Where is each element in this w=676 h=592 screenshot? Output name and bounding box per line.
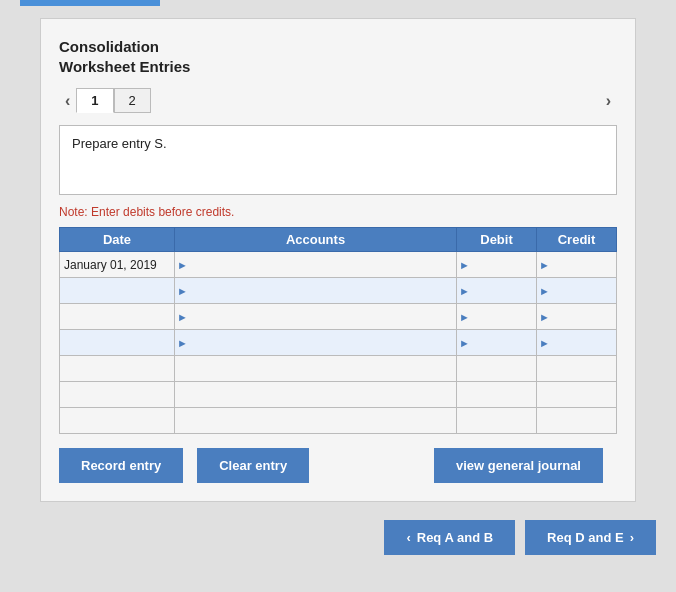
title-line2: Worksheet Entries (59, 58, 190, 75)
credit-arrow-1: ► (539, 259, 550, 271)
record-entry-button[interactable]: Record entry (59, 448, 183, 483)
debit-input-2[interactable] (470, 282, 536, 300)
title-line1: Consolidation (59, 38, 159, 55)
date-value-1: January 01, 2019 (64, 258, 157, 272)
tab-2[interactable]: 2 (114, 88, 151, 113)
credit-cell-2[interactable]: ► (537, 278, 617, 304)
credit-input-5[interactable] (537, 356, 616, 381)
debit-input-1[interactable] (470, 256, 536, 274)
prev-tab-arrow[interactable]: ‹ (59, 90, 76, 112)
credit-cell-5[interactable] (537, 356, 617, 382)
date-cell-1: January 01, 2019 (60, 252, 175, 278)
credit-input-1[interactable] (550, 256, 616, 274)
debit-cell-5[interactable] (457, 356, 537, 382)
credit-input-7[interactable] (537, 408, 616, 433)
credit-arrow-4: ► (539, 337, 550, 349)
accounts-input-6[interactable] (175, 382, 456, 407)
table-row: ► ► ► (60, 304, 617, 330)
credit-cell-3[interactable]: ► (537, 304, 617, 330)
header-date: Date (60, 228, 175, 252)
debit-cell-4[interactable]: ► (457, 330, 537, 356)
accounts-cell-7[interactable] (175, 408, 457, 434)
debit-cell-6[interactable] (457, 382, 537, 408)
credit-arrow-3: ► (539, 311, 550, 323)
accounts-input-3[interactable] (188, 308, 456, 326)
clear-entry-button[interactable]: Clear entry (197, 448, 309, 483)
accounts-arrow-1: ► (177, 259, 188, 271)
credit-cell-1[interactable]: ► (537, 252, 617, 278)
credit-cell-7[interactable] (537, 408, 617, 434)
accounts-cell-6[interactable] (175, 382, 457, 408)
accounts-arrow-3: ► (177, 311, 188, 323)
instruction-text: Prepare entry S. (72, 136, 167, 151)
note-text: Note: Enter debits before credits. (59, 205, 617, 219)
journal-table: Date Accounts Debit Credit January 01, 2… (59, 227, 617, 434)
bottom-nav: ‹ Req A and B Req D and E › (0, 502, 676, 555)
credit-cell-6[interactable] (537, 382, 617, 408)
prev-nav-label: Req A and B (417, 530, 493, 545)
date-cell-3 (60, 304, 175, 330)
next-nav-label: Req D and E (547, 530, 624, 545)
next-nav-button[interactable]: Req D and E › (525, 520, 656, 555)
credit-input-6[interactable] (537, 382, 616, 407)
accounts-input-5[interactable] (175, 356, 456, 381)
debit-arrow-2: ► (459, 285, 470, 297)
header-accounts: Accounts (175, 228, 457, 252)
debit-cell-1[interactable]: ► (457, 252, 537, 278)
view-general-journal-button[interactable]: view general journal (434, 448, 603, 483)
debit-input-6[interactable] (457, 382, 536, 407)
accounts-cell-5[interactable] (175, 356, 457, 382)
accounts-cell-2[interactable]: ► (175, 278, 457, 304)
debit-input-5[interactable] (457, 356, 536, 381)
header-credit: Credit (537, 228, 617, 252)
credit-input-3[interactable] (550, 308, 616, 326)
table-row (60, 356, 617, 382)
accounts-arrow-2: ► (177, 285, 188, 297)
next-tab-arrow[interactable]: › (600, 90, 617, 112)
credit-arrow-2: ► (539, 285, 550, 297)
table-row: ► ► ► (60, 330, 617, 356)
prev-arrow-icon: ‹ (406, 530, 410, 545)
accounts-cell-1[interactable]: ► (175, 252, 457, 278)
credit-input-4[interactable] (550, 334, 616, 352)
debit-arrow-1: ► (459, 259, 470, 271)
debit-input-3[interactable] (470, 308, 536, 326)
next-arrow-icon: › (630, 530, 634, 545)
accounts-input-1[interactable] (188, 256, 456, 274)
date-cell-7 (60, 408, 175, 434)
table-row: ► ► ► (60, 278, 617, 304)
main-card: Consolidation Worksheet Entries ‹ 1 2 › … (40, 18, 636, 502)
accounts-input-4[interactable] (188, 334, 456, 352)
credit-cell-4[interactable]: ► (537, 330, 617, 356)
table-row (60, 382, 617, 408)
table-row (60, 408, 617, 434)
credit-input-2[interactable] (550, 282, 616, 300)
outer-container: Consolidation Worksheet Entries ‹ 1 2 › … (0, 0, 676, 592)
buttons-row: Record entry Clear entry view general jo… (59, 448, 617, 483)
debit-cell-2[interactable]: ► (457, 278, 537, 304)
header-debit: Debit (457, 228, 537, 252)
table-row: January 01, 2019 ► ► (60, 252, 617, 278)
instruction-box: Prepare entry S. (59, 125, 617, 195)
date-cell-4 (60, 330, 175, 356)
tab-1[interactable]: 1 (76, 88, 113, 113)
accounts-input-2[interactable] (188, 282, 456, 300)
debit-arrow-3: ► (459, 311, 470, 323)
date-cell-5 (60, 356, 175, 382)
accounts-input-7[interactable] (175, 408, 456, 433)
prev-nav-button[interactable]: ‹ Req A and B (384, 520, 515, 555)
tabs-row: ‹ 1 2 › (59, 88, 617, 113)
debit-cell-7[interactable] (457, 408, 537, 434)
debit-cell-3[interactable]: ► (457, 304, 537, 330)
debit-input-4[interactable] (470, 334, 536, 352)
card-title: Consolidation Worksheet Entries (59, 37, 617, 76)
accounts-cell-4[interactable]: ► (175, 330, 457, 356)
accounts-arrow-4: ► (177, 337, 188, 349)
accounts-cell-3[interactable]: ► (175, 304, 457, 330)
date-cell-6 (60, 382, 175, 408)
debit-input-7[interactable] (457, 408, 536, 433)
date-cell-2 (60, 278, 175, 304)
debit-arrow-4: ► (459, 337, 470, 349)
